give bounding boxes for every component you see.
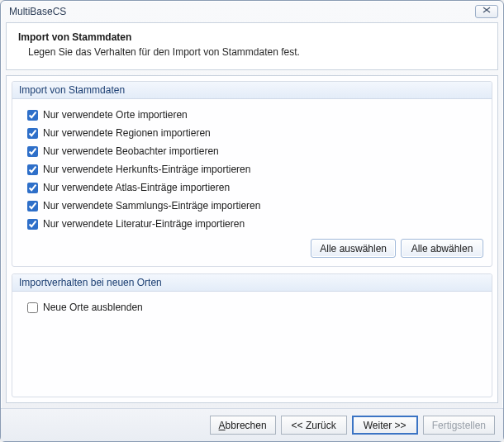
checkbox-neue-orte[interactable] [27, 302, 38, 313]
check-label: Nur verwendete Atlas-Einträge importiere… [43, 182, 230, 193]
select-all-button[interactable]: Alle auswählen [311, 239, 396, 258]
close-button[interactable] [475, 5, 498, 18]
back-button[interactable]: << Zurück [281, 416, 347, 435]
checkbox-literatur[interactable] [27, 219, 38, 230]
check-orte[interactable]: Nur verwendete Orte importieren [21, 106, 483, 124]
select-button-row: Alle auswählen Alle abwählen [311, 239, 483, 258]
next-button[interactable]: Weiter >> [352, 416, 418, 435]
group-body-verhalten: Neue Orte ausblenden [12, 292, 492, 391]
check-label: Nur verwendete Herkunfts-Einträge import… [43, 164, 250, 175]
check-regionen[interactable]: Nur verwendete Regionen importieren [21, 124, 483, 142]
check-sammlung[interactable]: Nur verwendete Sammlungs-Einträge import… [21, 197, 483, 215]
check-atlas[interactable]: Nur verwendete Atlas-Einträge importiere… [21, 178, 483, 197]
page-title: Import von Stammdaten [18, 31, 486, 43]
checkbox-atlas[interactable] [27, 183, 38, 193]
deselect-all-button[interactable]: Alle abwählen [401, 239, 483, 258]
checkbox-regionen[interactable] [27, 128, 38, 139]
group-import-stammdaten: Import von Stammdaten Nur verwendete Ort… [12, 81, 492, 267]
check-herkunft[interactable]: Nur verwendete Herkunfts-Einträge import… [21, 160, 483, 178]
group-import-verhalten: Importverhalten bei neuen Orten Neue Ort… [12, 273, 492, 397]
check-beobachter[interactable]: Nur verwendete Beobachter importieren [21, 142, 483, 160]
checkbox-sammlung[interactable] [27, 201, 38, 211]
check-label: Nur verwendete Sammlungs-Einträge import… [43, 200, 260, 211]
check-label: Nur verwendete Literatur-Einträge import… [43, 218, 245, 230]
check-label: Nur verwendete Regionen importieren [43, 127, 211, 139]
checkbox-beobachter[interactable] [27, 146, 38, 157]
check-literatur[interactable]: Nur verwendete Literatur-Einträge import… [21, 215, 483, 233]
close-icon [483, 7, 491, 13]
header-panel: Import von Stammdaten Legen Sie das Verh… [6, 22, 498, 70]
check-label: Nur verwendete Beobachter importieren [43, 145, 219, 157]
cancel-button[interactable]: Abbrechen [210, 416, 276, 435]
content-area: Import von Stammdaten Nur verwendete Ort… [6, 75, 498, 403]
check-neue-orte[interactable]: Neue Orte ausblenden [21, 298, 483, 316]
window-title: MultiBaseCS [9, 6, 66, 17]
window: MultiBaseCS Import von Stammdaten Legen … [0, 0, 504, 442]
finish-button: Fertigstellen [423, 416, 495, 435]
check-label: Nur verwendete Orte importieren [43, 109, 188, 121]
titlebar: MultiBaseCS [1, 1, 503, 22]
page-subtitle: Legen Sie das Verhalten für den Import v… [18, 46, 486, 58]
wizard-footer: Abbrechen << Zurück Weiter >> Fertigstel… [1, 408, 503, 441]
checkbox-herkunft[interactable] [27, 164, 38, 175]
group-header-stammdaten: Import von Stammdaten [12, 82, 492, 99]
group-header-verhalten: Importverhalten bei neuen Orten [12, 274, 492, 292]
check-label: Neue Orte ausblenden [43, 302, 143, 313]
group-body-stammdaten: Nur verwendete Orte importieren Nur verw… [12, 99, 492, 266]
checkbox-orte[interactable] [27, 110, 38, 121]
